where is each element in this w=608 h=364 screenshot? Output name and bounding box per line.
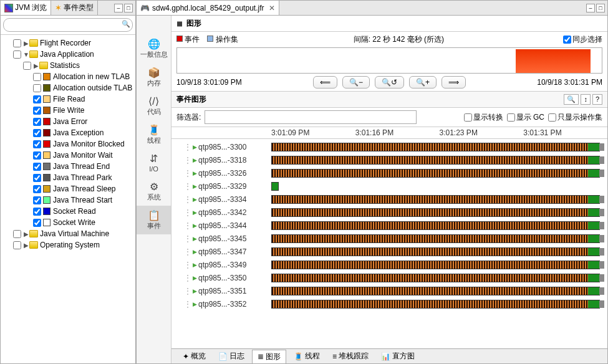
sidenav-item[interactable]: ⟨/⟩代码 (137, 92, 171, 120)
sidenav-item[interactable]: ⚙系统 (137, 177, 171, 206)
thread-row[interactable]: ⋮▶qtp985...-3351 (184, 284, 607, 297)
tree-checkbox[interactable] (33, 208, 41, 216)
tree-item[interactable]: Java Error (1, 116, 135, 127)
thread-timeline-bar[interactable] (271, 247, 600, 256)
tree-checkbox[interactable] (13, 230, 21, 238)
tree-checkbox[interactable] (33, 107, 41, 115)
thread-row[interactable]: ⋮▶qtp985...-3318 (184, 153, 607, 166)
thread-row[interactable]: ⋮▶qtp985...-3334 (184, 193, 607, 206)
timeline-nav-button[interactable]: ⟹ (442, 76, 466, 89)
timeline-nav-button[interactable]: 🔍↺ (375, 76, 404, 89)
maximize-button[interactable]: □ (596, 4, 605, 12)
tree-checkbox[interactable] (33, 163, 41, 171)
tree-item[interactable]: Java Monitor Wait (1, 150, 135, 161)
overview-timeline[interactable] (176, 47, 602, 74)
sort-button[interactable]: ↕ (581, 94, 591, 105)
tree-item[interactable]: Java Thread Park (1, 172, 135, 183)
tree-item[interactable]: ▶Statistics (1, 60, 135, 71)
tree-item[interactable]: File Read (1, 93, 135, 105)
tree-checkbox[interactable] (13, 39, 21, 47)
sidenav-item[interactable]: 📋事件 (137, 206, 171, 234)
filter-input[interactable] (205, 110, 417, 124)
tree-item[interactable]: File Write (1, 105, 135, 116)
bottom-tab[interactable]: ✦概览 (178, 350, 211, 363)
thread-timeline-bar[interactable] (271, 261, 600, 269)
expand-arrow[interactable]: ▶ (23, 40, 29, 47)
bottom-tab[interactable]: 📊直方图 (376, 350, 420, 363)
tree-item[interactable]: ▼Java Application (1, 49, 135, 60)
tree-item[interactable]: Java Thread Start (1, 194, 135, 206)
tree-checkbox[interactable] (13, 50, 21, 59)
thread-timeline-bar[interactable] (271, 287, 600, 295)
tree-checkbox[interactable] (33, 84, 41, 92)
expand-arrow[interactable]: ▼ (23, 51, 29, 58)
tree-item[interactable]: Java Thread End (1, 161, 135, 172)
thread-timeline-bar[interactable] (271, 234, 600, 243)
search-input[interactable] (3, 18, 133, 32)
tree-checkbox[interactable] (33, 185, 41, 193)
thread-timeline-bar[interactable] (271, 208, 600, 217)
thread-timeline-bar[interactable] (271, 195, 600, 204)
tree-checkbox[interactable] (33, 196, 41, 204)
sidenav-item[interactable]: ⇵I/O (137, 149, 171, 177)
graph-option-checkbox[interactable]: 显示转换 (464, 112, 503, 123)
thread-timeline-bar[interactable] (271, 182, 279, 191)
tree-item[interactable]: Allocation outside TLAB (1, 82, 135, 93)
tree-item[interactable]: Allocation in new TLAB (1, 71, 135, 82)
editor-tab[interactable]: 🎮 sdw4.gphd.local_85429_output.jfr ✕ (137, 1, 279, 15)
tree-item[interactable]: Socket Write (1, 217, 135, 228)
expand-arrow[interactable]: ▶ (23, 231, 29, 237)
thread-timeline-bar[interactable] (271, 221, 600, 230)
thread-timeline-bar[interactable] (271, 274, 600, 282)
graph-option-checkbox[interactable]: 显示 GC (507, 112, 544, 123)
thread-row[interactable]: ⋮▶qtp985...-3350 (184, 271, 607, 284)
thread-chart[interactable]: ⋮▶qtp985...-3300⋮▶qtp985...-3318⋮▶qtp985… (171, 139, 607, 348)
bottom-tab[interactable]: 🧵线程 (289, 350, 325, 363)
thread-timeline-bar[interactable] (271, 300, 600, 309)
thread-row[interactable]: ⋮▶qtp985...-3329 (184, 180, 607, 193)
thread-row[interactable]: ⋮▶qtp985...-3342 (184, 206, 607, 219)
tree-checkbox[interactable] (33, 219, 41, 227)
tree-checkbox[interactable] (33, 174, 41, 182)
event-type-tree[interactable]: ▶Flight Recorder▼Java Application▶Statis… (1, 35, 135, 363)
tree-checkbox[interactable] (23, 62, 31, 70)
sidenav-item[interactable]: 🧵线程 (137, 120, 171, 149)
tree-checkbox[interactable] (33, 140, 41, 148)
thread-row[interactable]: ⋮▶qtp985...-3347 (184, 245, 607, 258)
bottom-tab[interactable]: 📄日志 (213, 350, 249, 363)
zoom-tool-button[interactable]: 🔍 (564, 94, 579, 105)
thread-row[interactable]: ⋮▶qtp985...-3344 (184, 219, 607, 232)
close-tab-button[interactable]: ✕ (269, 4, 275, 12)
thread-timeline-bar[interactable] (271, 156, 600, 165)
thread-timeline-bar[interactable] (271, 143, 600, 151)
sync-selection-checkbox[interactable]: 同步选择 (563, 34, 602, 45)
tree-item[interactable]: ▶Operating System (1, 239, 135, 251)
tree-item[interactable]: Socket Read (1, 206, 135, 217)
minimize-button[interactable]: – (586, 4, 595, 12)
maximize-button[interactable]: □ (124, 4, 133, 12)
tree-checkbox[interactable] (33, 95, 41, 103)
tab-jvm-browser[interactable]: JVM 浏览 (1, 1, 51, 15)
tree-checkbox[interactable] (33, 73, 41, 81)
expand-arrow[interactable]: ▶ (33, 62, 39, 69)
thread-row[interactable]: ⋮▶qtp985...-3352 (184, 297, 607, 310)
bottom-tab[interactable]: ≡堆栈跟踪 (327, 350, 374, 363)
sidenav-item[interactable]: 🌐一般信息 (137, 34, 171, 63)
expand-arrow[interactable]: ▶ (23, 242, 29, 249)
tab-event-types[interactable]: ✶ 事件类型 (51, 1, 98, 15)
thread-row[interactable]: ⋮▶qtp985...-3326 (184, 166, 607, 180)
thread-timeline-bar[interactable] (271, 169, 600, 178)
thread-row[interactable]: ⋮▶qtp985...-3300 (184, 140, 607, 153)
graph-option-checkbox[interactable]: 只显示操作集 (548, 112, 602, 123)
tree-item[interactable]: Java Exception (1, 127, 135, 138)
tree-item[interactable]: ▶Flight Recorder (1, 37, 135, 49)
tree-checkbox[interactable] (13, 241, 21, 249)
tree-checkbox[interactable] (33, 151, 41, 160)
timeline-nav-button[interactable]: 🔍+ (409, 76, 437, 89)
tree-item[interactable]: ▶Java Virtual Machine (1, 228, 135, 239)
thread-row[interactable]: ⋮▶qtp985...-3349 (184, 258, 607, 271)
help-button[interactable]: ? (592, 94, 602, 105)
minimize-button[interactable]: – (114, 4, 123, 12)
tree-checkbox[interactable] (33, 129, 41, 137)
thread-row[interactable]: ⋮▶qtp985...-3345 (184, 232, 607, 245)
